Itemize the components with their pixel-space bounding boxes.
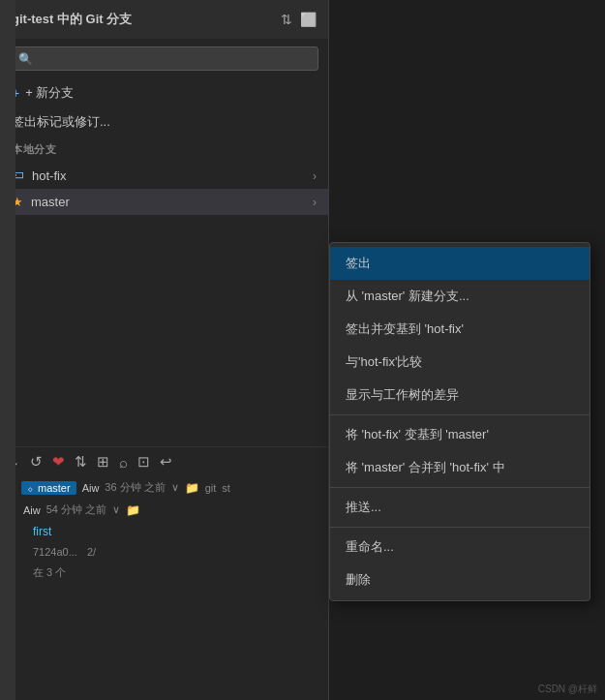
expand-icon-2[interactable]: ∨ [112, 503, 120, 516]
toolbar-icon-grid[interactable]: ⊞ [97, 453, 109, 471]
menu-separator-3 [330, 527, 590, 528]
search-box[interactable]: 🔍 [10, 46, 318, 71]
branch-name-hotfix: hot-fix [32, 168, 66, 183]
commit-hash: 7124a0... [33, 546, 77, 558]
commit-count-row: 在 3 个 [0, 562, 328, 584]
branch-name-master: master [31, 195, 70, 209]
activity-bar [0, 0, 15, 700]
menu-item-push[interactable]: 推送... [330, 491, 590, 524]
menu-separator-1 [330, 414, 590, 415]
branch-badge-master: ⬦ master [21, 481, 76, 495]
menu-item-compare[interactable]: 与'hot-fix'比较 [330, 346, 590, 379]
checkout-tag-label: 签出标记或修订... [12, 113, 110, 131]
menu-item-rename[interactable]: 重命名... [330, 531, 590, 563]
toolbar-icon-search[interactable]: ⌕ [119, 454, 128, 471]
toolbar-icon-stage[interactable]: ⊡ [137, 453, 150, 471]
toolbar-icon-undo[interactable]: ↩ [160, 453, 172, 471]
menu-item-checkout-rebase[interactable]: 签出并变基到 'hot-fix' [330, 313, 590, 346]
folder-icon-2: 📁 [126, 503, 140, 517]
chevron-right-master: › [313, 196, 317, 209]
search-icon: 🔍 [18, 52, 33, 66]
header-icons: ⇅ ⬜ [281, 12, 317, 27]
toolbar-icon-merge[interactable]: ⇅ [75, 453, 87, 471]
folder-name-1: git [205, 482, 217, 494]
new-branch-label: + 新分支 [25, 84, 74, 102]
commit-detail-row: first [0, 521, 328, 542]
toolbar-row: ⬇ ↺ ❤ ⇅ ⊞ ⌕ ⊡ ↩ [0, 446, 328, 476]
git-branch-panel: git-test 中的 Git 分支 ⇅ ⬜ 🔍 + + 新分支 签出标记或修订… [0, 0, 329, 700]
panel-header: git-test 中的 Git 分支 ⇅ ⬜ [0, 0, 328, 39]
search-container: 🔍 [0, 39, 328, 78]
sort-icon[interactable]: ⇅ [281, 12, 292, 27]
commit-author-2: Aiw [23, 504, 41, 516]
commit-hash-row: 7124a0... 2/ [0, 542, 328, 562]
folder-icon-1: 📁 [185, 481, 199, 495]
menu-item-merge-to-hotfix[interactable]: 将 'master' 合并到 'hot-fix' 中 [330, 451, 590, 484]
menu-item-checkout[interactable]: 签出 [330, 247, 590, 280]
commit-text: first [33, 525, 51, 538]
menu-item-delete[interactable]: 删除 [330, 563, 590, 596]
window-icon[interactable]: ⬜ [300, 12, 317, 27]
menu-item-new-branch-from[interactable]: 从 'master' 新建分支... [330, 280, 590, 313]
commit-count: 在 3 个 [33, 565, 66, 580]
expand2-icon-1[interactable]: ∨ [171, 481, 179, 494]
branch-item-master[interactable]: ★ master › [0, 189, 328, 215]
commit-author-1: Aiw [82, 482, 100, 494]
commit-row-1: ∨ ⬦ master Aiw 36 分钟 之前 ∨ 📁 git st [0, 476, 328, 499]
menu-item-rebase-master[interactable]: 将 'hot-fix' 变基到 'master' [330, 418, 590, 451]
checkout-tag-action[interactable]: 签出标记或修订... [0, 107, 328, 137]
branch-item-hotfix[interactable]: 🏷 hot-fix › [0, 163, 328, 189]
commit-time-1: 36 分钟 之前 [105, 480, 165, 495]
commit-row-2: Aiw 54 分钟 之前 ∨ 📁 [0, 499, 328, 521]
menu-separator-2 [330, 487, 590, 488]
chevron-right-hotfix: › [313, 169, 317, 183]
watermark: CSDN @杆鲜 [538, 683, 597, 696]
commit-time-2: 54 分钟 之前 [46, 502, 106, 517]
local-branches-section: 本地分支 [0, 137, 328, 163]
search-input[interactable] [39, 51, 310, 66]
menu-item-show-diff[interactable]: 显示与工作树的差异 [330, 379, 590, 411]
new-branch-action[interactable]: + + 新分支 [0, 78, 328, 107]
toolbar-icon-refresh[interactable]: ↺ [30, 453, 43, 471]
context-menu: 签出 从 'master' 新建分支... 签出并变基到 'hot-fix' 与… [329, 242, 590, 601]
badge-icon: ⬦ [27, 482, 34, 494]
toolbar-icon-stash[interactable]: ❤ [52, 453, 65, 471]
suffix-1: st [222, 482, 230, 494]
badge-label: master [38, 482, 71, 494]
panel-title: git-test 中的 Git 分支 [12, 11, 132, 28]
